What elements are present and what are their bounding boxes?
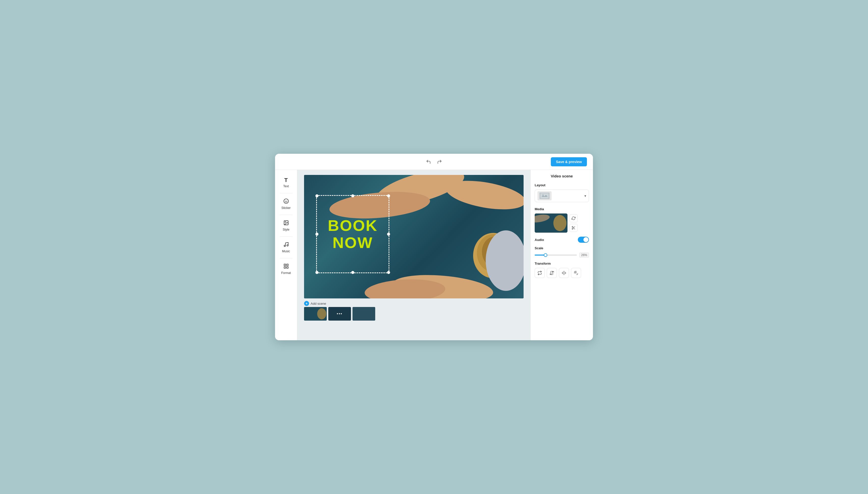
svg-point-24 [542, 194, 544, 196]
crop-button[interactable] [571, 268, 581, 278]
divider-1 [280, 193, 292, 193]
audio-section: Audio [535, 237, 589, 243]
sidebar-item-format[interactable]: Format [277, 260, 295, 278]
svg-point-0 [284, 199, 288, 203]
media-replace-button[interactable] [569, 214, 578, 222]
sidebar-text-label: Text [283, 185, 289, 188]
svg-rect-23 [541, 193, 548, 198]
toolbar-center [425, 158, 443, 165]
transform-buttons [535, 268, 589, 278]
top-bar: Save & preview [275, 154, 593, 170]
sidebar-item-music[interactable]: Music [277, 239, 295, 256]
scale-slider-track[interactable] [535, 254, 577, 255]
sidebar-music-label: Music [282, 249, 290, 253]
canvas-area: BOOK NOW [297, 170, 530, 340]
flip-vertical-button[interactable] [547, 268, 557, 278]
mirror-button[interactable] [559, 268, 569, 278]
divider-3 [280, 236, 292, 237]
handle-bottom-left[interactable] [315, 271, 319, 274]
crop-icon [574, 271, 578, 275]
flip-h-icon [538, 271, 542, 275]
layout-image-icon [541, 193, 548, 198]
handle-middle-left[interactable] [315, 233, 319, 236]
svg-rect-8 [286, 264, 288, 266]
audio-label: Audio [535, 238, 544, 242]
svg-point-4 [285, 222, 286, 222]
sidebar-style-label: Style [283, 228, 289, 231]
add-scene-button[interactable]: + Add scene [304, 301, 326, 306]
film-thumbnails: ••• [304, 307, 524, 321]
scale-row: 26% [535, 252, 589, 258]
style-icon [283, 220, 289, 227]
main-content: T Text Sticker [275, 170, 593, 340]
media-section-label: Media [535, 207, 589, 211]
mirror-icon [562, 271, 566, 275]
svg-point-6 [287, 245, 288, 246]
format-icon [283, 263, 289, 270]
svg-rect-9 [286, 267, 288, 268]
left-sidebar: T Text Sticker [275, 170, 297, 340]
media-actions [569, 214, 578, 232]
media-thumbnail[interactable] [535, 213, 567, 233]
replace-icon [572, 216, 576, 220]
sidebar-item-text[interactable]: T Text [277, 174, 295, 191]
svg-point-26 [553, 215, 566, 231]
film-thumbnail-3[interactable] [352, 307, 375, 321]
filmstrip-area: + Add scene ••• [304, 301, 524, 321]
handle-top-middle[interactable] [351, 194, 354, 197]
panel-title: Video scene [535, 174, 589, 178]
add-scene-icon: + [304, 301, 309, 306]
svg-rect-22 [352, 307, 375, 321]
handle-bottom-middle[interactable] [351, 271, 354, 274]
film-thumbnail-1[interactable] [304, 307, 327, 321]
music-icon [283, 242, 289, 248]
film-dots: ••• [337, 311, 343, 316]
handle-top-right[interactable] [387, 194, 390, 197]
sidebar-sticker-label: Sticker [281, 206, 291, 210]
layout-thumb-inner [540, 193, 549, 199]
sidebar-item-style[interactable]: Style [277, 217, 295, 234]
selection-box[interactable] [316, 195, 389, 273]
layout-thumbnail [538, 191, 551, 201]
canvas-image[interactable]: BOOK NOW [304, 175, 524, 299]
right-panel: Video scene Layout ▾ Media [530, 170, 593, 340]
layout-section-label: Layout [535, 183, 589, 187]
scissors-icon [572, 226, 576, 230]
svg-line-31 [574, 228, 575, 229]
handle-middle-right[interactable] [387, 233, 390, 236]
flip-horizontal-button[interactable] [535, 268, 545, 278]
divider-2 [280, 215, 292, 215]
scale-value: 26% [579, 252, 589, 258]
svg-rect-10 [284, 267, 285, 268]
transform-label: Transform [535, 262, 589, 265]
sidebar-format-label: Format [281, 271, 291, 275]
handle-top-left[interactable] [315, 194, 319, 197]
scale-label: Scale [535, 246, 589, 250]
svg-point-21 [317, 308, 326, 319]
sticker-icon [283, 198, 289, 205]
app-window: Save & preview T Text [275, 154, 593, 340]
layout-select[interactable]: ▾ [535, 190, 589, 202]
sidebar-item-sticker[interactable]: Sticker [277, 195, 295, 213]
film-thumbnail-2[interactable]: ••• [328, 307, 351, 321]
handle-bottom-right[interactable] [387, 271, 390, 274]
scale-slider-thumb[interactable] [544, 253, 547, 257]
redo-button[interactable] [436, 158, 443, 165]
media-trim-button[interactable] [569, 224, 578, 232]
undo-button[interactable] [425, 158, 432, 165]
svg-line-32 [573, 227, 574, 228]
save-preview-button[interactable]: Save & preview [551, 157, 587, 166]
scale-section: Scale 26% [535, 246, 589, 258]
svg-rect-7 [284, 264, 285, 266]
layout-chevron-icon: ▾ [584, 194, 586, 198]
add-scene-label: Add scene [311, 302, 326, 305]
flip-v-icon [549, 271, 554, 275]
toggle-knob [583, 237, 589, 242]
transform-section: Transform [535, 262, 589, 278]
media-section: Media [535, 207, 589, 233]
svg-point-5 [284, 245, 285, 247]
canvas-wrapper: BOOK NOW [304, 175, 524, 299]
media-row [535, 213, 589, 233]
text-icon: T [284, 177, 288, 184]
audio-toggle[interactable] [578, 237, 589, 243]
